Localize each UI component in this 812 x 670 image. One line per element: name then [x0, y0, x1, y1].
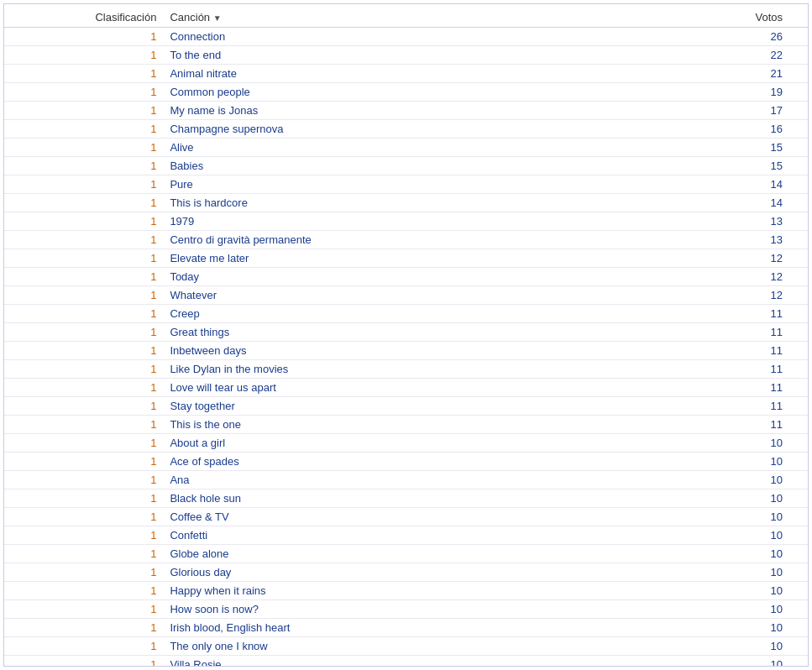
- song-header[interactable]: Canción ▼: [165, 4, 664, 28]
- rank-cell: 1: [4, 619, 165, 637]
- votes-cell: 16: [665, 120, 808, 139]
- table-body: 1Connection261To the end221Animal nitrat…: [4, 28, 808, 667]
- rank-cell: 1: [4, 582, 165, 600]
- votes-cell: 10: [665, 563, 808, 582]
- votes-cell: 11: [665, 360, 808, 379]
- rank-cell: 1: [4, 231, 165, 249]
- rank-cell: 1: [4, 323, 165, 342]
- song-cell: Connection: [165, 28, 664, 46]
- table-row: 1197913: [4, 212, 808, 231]
- votes-cell: 10: [665, 434, 808, 453]
- rank-cell: 1: [4, 637, 165, 656]
- table-row: 1This is the one11: [4, 416, 808, 434]
- rank-cell: 1: [4, 212, 165, 231]
- song-cell: Globe alone: [165, 545, 664, 563]
- votes-cell: 13: [665, 231, 808, 249]
- votes-cell: 10: [665, 656, 808, 667]
- votes-cell: 21: [665, 65, 808, 83]
- rankings-table: Clasificación Canción ▼ Votos 1Connectio…: [4, 4, 808, 666]
- table-row: 1Stay together11: [4, 397, 808, 416]
- table-row: 1Champagne supernova16: [4, 120, 808, 139]
- table-row: 1Babies15: [4, 157, 808, 175]
- rank-header: Clasificación: [4, 4, 165, 28]
- rank-cell: 1: [4, 65, 165, 83]
- song-cell: Creep: [165, 305, 664, 323]
- song-cell: The only one I know: [165, 637, 664, 656]
- votes-cell: 15: [665, 157, 808, 175]
- song-cell: Love will tear us apart: [165, 379, 664, 397]
- song-cell: My name is Jonas: [165, 102, 664, 120]
- rank-cell: 1: [4, 526, 165, 545]
- votes-cell: 19: [665, 83, 808, 102]
- table-wrapper[interactable]: Clasificación Canción ▼ Votos 1Connectio…: [4, 4, 808, 666]
- rank-cell: 1: [4, 379, 165, 397]
- table-row: 1Alive15: [4, 139, 808, 157]
- rank-cell: 1: [4, 46, 165, 65]
- rank-cell: 1: [4, 83, 165, 102]
- rank-cell: 1: [4, 175, 165, 194]
- table-row: 1Common people19: [4, 83, 808, 102]
- rank-cell: 1: [4, 157, 165, 175]
- song-cell: Villa Rosie: [165, 656, 664, 667]
- votes-cell: 15: [665, 139, 808, 157]
- rank-cell: 1: [4, 286, 165, 305]
- song-cell: Whatever: [165, 286, 664, 305]
- votes-cell: 26: [665, 28, 808, 46]
- song-cell: Confetti: [165, 526, 664, 545]
- votes-cell: 12: [665, 268, 808, 286]
- song-cell: Glorious day: [165, 563, 664, 582]
- song-cell: Alive: [165, 139, 664, 157]
- votes-cell: 10: [665, 637, 808, 656]
- song-cell: Like Dylan in the movies: [165, 360, 664, 379]
- rank-cell: 1: [4, 471, 165, 489]
- votes-header-label: Votos: [755, 11, 783, 24]
- song-cell: Champagne supernova: [165, 120, 664, 139]
- song-cell: Babies: [165, 157, 664, 175]
- rank-cell: 1: [4, 305, 165, 323]
- rank-cell: 1: [4, 453, 165, 471]
- votes-cell: 10: [665, 453, 808, 471]
- votes-cell: 11: [665, 416, 808, 434]
- song-cell: Great things: [165, 323, 664, 342]
- table-row: 1Love will tear us apart11: [4, 379, 808, 397]
- votes-cell: 14: [665, 175, 808, 194]
- rank-cell: 1: [4, 563, 165, 582]
- song-cell: 1979: [165, 212, 664, 231]
- table-row: 1Inbetween days11: [4, 342, 808, 360]
- table-row: 1Happy when it rains10: [4, 582, 808, 600]
- main-container: Clasificación Canción ▼ Votos 1Connectio…: [3, 3, 809, 667]
- song-cell: Stay together: [165, 397, 664, 416]
- votes-cell: 10: [665, 526, 808, 545]
- votes-cell: 11: [665, 323, 808, 342]
- table-row: 1Connection26: [4, 28, 808, 46]
- song-cell: Pure: [165, 175, 664, 194]
- table-row: 1Ana10: [4, 471, 808, 489]
- table-row: 1Irish blood, English heart10: [4, 619, 808, 637]
- song-cell: Irish blood, English heart: [165, 619, 664, 637]
- table-row: 1Elevate me later12: [4, 249, 808, 268]
- rank-cell: 1: [4, 120, 165, 139]
- table-row: 1Like Dylan in the movies11: [4, 360, 808, 379]
- table-row: 1To the end22: [4, 46, 808, 65]
- song-cell: How soon is now?: [165, 600, 664, 619]
- rank-cell: 1: [4, 489, 165, 508]
- votes-cell: 17: [665, 102, 808, 120]
- song-cell: Black hole sun: [165, 489, 664, 508]
- votes-cell: 10: [665, 582, 808, 600]
- votes-cell: 10: [665, 471, 808, 489]
- table-row: 1About a girl10: [4, 434, 808, 453]
- table-row: 1Animal nitrate21: [4, 65, 808, 83]
- song-cell: This is hardcore: [165, 194, 664, 212]
- song-cell: Common people: [165, 83, 664, 102]
- votes-cell: 13: [665, 212, 808, 231]
- rank-cell: 1: [4, 194, 165, 212]
- votes-cell: 12: [665, 249, 808, 268]
- table-row: 1Great things11: [4, 323, 808, 342]
- votes-cell: 11: [665, 342, 808, 360]
- table-row: 1Centro di gravità permanente13: [4, 231, 808, 249]
- song-cell: Today: [165, 268, 664, 286]
- rank-cell: 1: [4, 268, 165, 286]
- table-row: 1Ace of spades10: [4, 453, 808, 471]
- votes-cell: 11: [665, 397, 808, 416]
- table-row: 1This is hardcore14: [4, 194, 808, 212]
